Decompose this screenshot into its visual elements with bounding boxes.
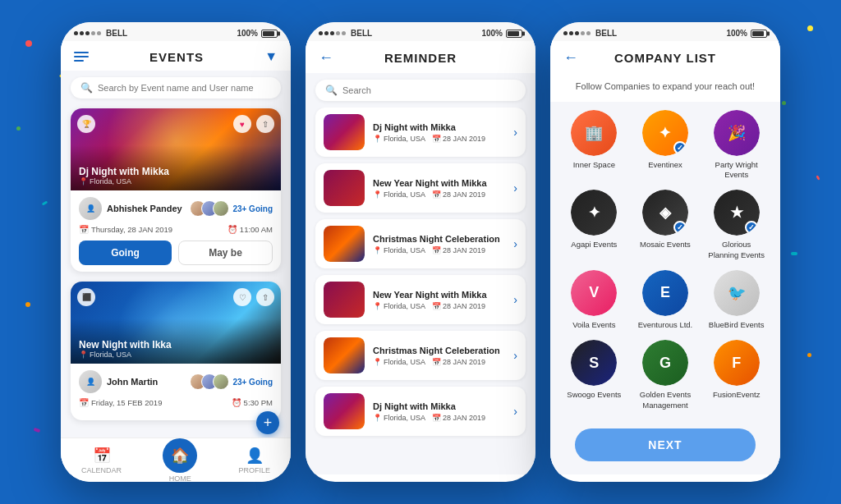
reminder-thumb: [324, 114, 365, 150]
reminder-date: 📅28 JAN 2019: [432, 190, 485, 199]
reminder-thumb: [324, 226, 365, 262]
company-logo-inner: 🎉: [714, 110, 760, 156]
company-item[interactable]: ★ ✓ Glorious Planning Events: [705, 190, 767, 260]
calendar-icon-1: 📅: [79, 225, 89, 234]
going-count-2: 23+ Going: [190, 373, 273, 390]
event-image-1: 🏆 ♥ ⇧ Dj Night with Mikka 📍Florida, USA: [71, 108, 281, 190]
event-datetime-2: 📅 Friday, 15 FEB 2019 ⏰ 5:30 PM: [79, 398, 273, 407]
bottom-nav-1: 📅 CALENDAR 🏠 HOME 👤 PROFILE: [61, 438, 291, 482]
reminder-meta: 📍Florida, USA 📅28 JAN 2019: [373, 302, 510, 310]
home-nav-icon: 🏠: [163, 438, 197, 473]
menu-icon[interactable]: [74, 52, 89, 62]
phone-company: BELL 100% ← COMPANY LIST Follow Companie…: [550, 22, 780, 482]
event-datetime-1: 📅 Thursday, 28 JAN 2019 ⏰ 11:00 AM: [79, 225, 273, 234]
going-button[interactable]: Going: [79, 241, 172, 265]
reminder-thumb: [324, 337, 365, 373]
share-button-1[interactable]: ⇧: [256, 115, 274, 133]
reminder-item[interactable]: Dj Night with Mikka 📍Florida, USA 📅28 JA…: [315, 108, 526, 157]
like-button-2[interactable]: ♡: [233, 288, 251, 306]
event-buttons-1: Going May be: [79, 241, 273, 265]
like-button-1[interactable]: ♥: [233, 115, 251, 133]
company-item[interactable]: ✦ Agapi Events: [563, 190, 625, 260]
status-right-3: 100%: [726, 29, 767, 38]
back-arrow-2[interactable]: ←: [319, 49, 333, 66]
going-text-2: 23+ Going: [232, 378, 273, 387]
nav-home[interactable]: 🏠 HOME: [163, 438, 197, 483]
company-item[interactable]: 🏢 Inner Space: [563, 110, 625, 181]
maybe-button[interactable]: May be: [178, 241, 273, 265]
company-item[interactable]: V Voila Events: [563, 270, 625, 330]
user-name-1: Abhishek Pandey: [107, 204, 182, 213]
clock-icon-2: ⏰: [232, 398, 241, 407]
reminder-name: Dj Night with Mikka: [373, 122, 510, 132]
company-item[interactable]: ◈ ✓ Mosaic Events: [635, 190, 696, 260]
company-logo-inner: 🐦: [714, 270, 760, 316]
reminder-details: Christmas Night Celeberation 📍Florida, U…: [373, 346, 510, 366]
reminder-item[interactable]: Christmas Night Celeberation 📍Florida, U…: [315, 219, 526, 268]
reminder-location: 📍Florida, USA: [373, 135, 425, 143]
company-item[interactable]: ✦ ✓ Eventinex: [635, 110, 696, 181]
reminder-item[interactable]: Dj Night with Mikka 📍Florida, USA 📅28 JA…: [315, 387, 526, 436]
reminder-details: New Year Night with Mikka 📍Florida, USA …: [373, 178, 510, 199]
status-right-1: 100%: [237, 29, 278, 38]
pin-icon: 📍: [373, 246, 382, 254]
pin-icon: 📍: [373, 358, 382, 366]
reminder-name: New Year Night with Mikka: [373, 178, 510, 188]
event-time-1: ⏰ 11:00 AM: [227, 225, 273, 234]
event-image-2: ⬛ ♡ ⇧ New Night with Ikka 📍Florida, USA: [71, 282, 281, 364]
reminder-thumb-img: [324, 337, 365, 373]
reminder-details: New Year Night with Mikka 📍Florida, USA …: [373, 290, 510, 310]
phone-reminder: BELL 100% ← REMINDER 🔍 Dj Night with: [306, 22, 535, 482]
status-left-1: BELL: [74, 29, 127, 38]
event-name-2: New Night with Ikka: [79, 339, 273, 351]
back-arrow-3[interactable]: ←: [563, 49, 578, 66]
reminder-item[interactable]: New Year Night with Mikka 📍Florida, USA …: [315, 275, 526, 324]
plus-fab[interactable]: +: [256, 411, 279, 434]
company-item[interactable]: E Eventurous Ltd.: [635, 270, 696, 330]
reminder-thumb-img: [324, 393, 365, 429]
company-name: Voila Events: [572, 320, 615, 330]
event-overlay-2: New Night with Ikka 📍Florida, USA: [71, 318, 281, 364]
company-name: Eventinex: [648, 160, 682, 170]
company-item[interactable]: G Golden Events Management: [635, 340, 696, 410]
company-logo: ◈ ✓: [642, 190, 688, 236]
pin-icon: 📍: [373, 414, 382, 422]
reminder-name: Christmas Night Celeberation: [373, 234, 510, 244]
chevron-right-icon: ›: [513, 349, 517, 362]
event-time-2: ⏰ 5:30 PM: [232, 398, 273, 407]
share-button-2[interactable]: ⇧: [256, 288, 274, 306]
next-button[interactable]: NEXT: [575, 428, 756, 461]
reminder-thumb-img: [324, 170, 365, 206]
company-name: Golden Events Management: [635, 390, 696, 410]
reminder-item[interactable]: New Year Night with Mikka 📍Florida, USA …: [315, 163, 526, 213]
chevron-right-icon: ›: [513, 405, 517, 418]
company-item[interactable]: 🐦 BlueBird Events: [705, 270, 767, 330]
company-name: BlueBird Events: [709, 320, 765, 330]
chevron-right-icon: ›: [513, 181, 517, 195]
event-info-2: 👤 John Martin 23+ Going: [71, 364, 281, 420]
event-info-1: 👤 Abhishek Pandey 23+ Going: [71, 190, 281, 272]
reminder-meta: 📍Florida, USA 📅28 JAN 2019: [373, 246, 510, 254]
reminder-meta: 📍Florida, USA 📅28 JAN 2019: [373, 358, 510, 366]
company-logo: 🐦: [714, 270, 760, 316]
company-item[interactable]: F FusionEventz: [705, 340, 767, 410]
company-logo-inner: G: [642, 340, 688, 386]
events-search-input[interactable]: [98, 83, 271, 93]
cal-sm-icon: 📅: [432, 135, 441, 143]
nav-profile[interactable]: 👤 PROFILE: [238, 447, 270, 474]
company-logo: ✦ ✓: [642, 110, 688, 156]
event-name-1: Dj Night with Mikka: [79, 166, 273, 177]
nav-calendar[interactable]: 📅 CALENDAR: [81, 447, 122, 474]
carrier-2: BELL: [351, 29, 372, 38]
company-logo: ✦: [571, 190, 617, 236]
calendar-nav-icon: 📅: [93, 447, 111, 465]
company-logo: ★ ✓: [714, 190, 760, 236]
filter-icon[interactable]: ▼: [264, 49, 278, 64]
events-search-bar: 🔍: [71, 77, 281, 99]
reminder-location: 📍Florida, USA: [373, 190, 425, 199]
company-item[interactable]: S Swoogo Events: [563, 340, 625, 410]
reminder-item[interactable]: Christmas Night Celeberation 📍Florida, U…: [315, 331, 526, 380]
reminder-search-input[interactable]: [342, 85, 516, 95]
reminder-details: Dj Night with Mikka 📍Florida, USA 📅28 JA…: [373, 401, 510, 422]
company-item[interactable]: 🎉 Party Wright Events: [705, 110, 767, 181]
